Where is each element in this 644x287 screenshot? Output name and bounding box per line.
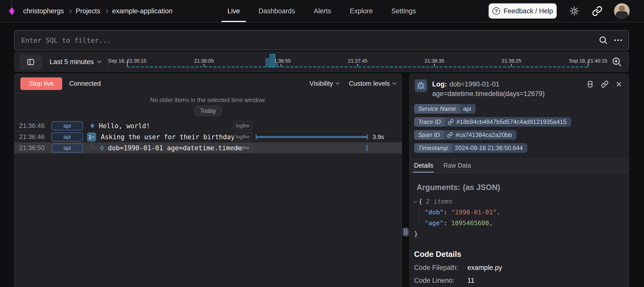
json-indent-guide bbox=[419, 205, 419, 225]
log-details-panel: Log:dob=1990-01-01 age=datetime.timedelt… bbox=[409, 74, 629, 287]
sql-filter-bar bbox=[14, 30, 629, 50]
panel-resize-handle[interactable] bbox=[403, 227, 409, 236]
empty-window-block: No older items in the selected time wind… bbox=[14, 93, 402, 120]
breadcrumb-projects[interactable]: Projects bbox=[76, 7, 100, 15]
stop-live-button[interactable]: Stop live bbox=[20, 77, 62, 90]
breadcrumb: christophergs Projects example-applicati… bbox=[23, 0, 173, 22]
histogram-bar[interactable] bbox=[265, 58, 269, 67]
timeline-tick-label: 21:36:05 bbox=[194, 58, 214, 64]
log-time: 21:36:46 bbox=[19, 133, 45, 141]
tab-raw-data[interactable]: Raw Data bbox=[443, 162, 471, 173]
log-message: dob=1990-01-01 age=datetime.timede bbox=[108, 144, 242, 152]
link-icon bbox=[447, 132, 453, 138]
tab-details[interactable]: Details bbox=[414, 162, 433, 173]
log-diamond-icon bbox=[100, 146, 104, 151]
time-range-label: Last 5 minutes bbox=[50, 58, 94, 66]
span-row[interactable]: 21:36:46 api 1− Asking the user for thei… bbox=[14, 131, 402, 142]
tab-explore[interactable]: Explore bbox=[350, 0, 373, 22]
breadcrumb-project-name[interactable]: example-application bbox=[112, 7, 173, 15]
attr-label: Service Name bbox=[414, 104, 460, 114]
tab-settings[interactable]: Settings bbox=[391, 0, 416, 22]
timeline-tick-mark bbox=[511, 64, 512, 67]
log-message: Hello, world! bbox=[99, 122, 150, 130]
tab-live[interactable]: Live bbox=[227, 0, 240, 22]
feedback-help-button[interactable]: ? Feedback / Help bbox=[488, 3, 557, 19]
sql-filter-input[interactable] bbox=[15, 36, 599, 44]
top-nav: christophergs Projects example-applicati… bbox=[0, 0, 644, 22]
duration-bar bbox=[256, 136, 368, 138]
attr-label: Trace ID bbox=[414, 117, 445, 127]
json-items-note: 2 items bbox=[426, 198, 452, 205]
span-message: Asking the user for their birthday bbox=[101, 133, 235, 141]
service-name-pill[interactable]: Service Name api bbox=[414, 104, 476, 114]
log-diamond-icon bbox=[90, 123, 94, 128]
search-icon[interactable] bbox=[599, 36, 608, 45]
json-entry: "age": 1095465600, bbox=[414, 218, 629, 228]
today-button[interactable]: Today bbox=[194, 106, 222, 116]
code-details-heading: Code Details bbox=[410, 239, 629, 259]
attribute-pills: Service Name api Trace ID #18b84cb4847b5… bbox=[410, 99, 629, 153]
custom-levels-label: Custom levels bbox=[349, 80, 390, 87]
empty-window-notice: No older items in the selected time wind… bbox=[14, 97, 402, 104]
breadcrumb-separator-icon bbox=[104, 9, 108, 13]
code-filepath-value[interactable]: example.py bbox=[467, 264, 502, 272]
code-lineno-row: Code Lineno: 11 bbox=[410, 272, 629, 284]
sidebar-toggle-button[interactable] bbox=[19, 55, 42, 70]
feedback-help-label: Feedback / Help bbox=[504, 7, 553, 15]
service-badge[interactable]: api bbox=[51, 121, 83, 130]
code-filepath-row: Code Filepath: example.py bbox=[410, 259, 629, 272]
custom-levels-dropdown[interactable]: Custom levels bbox=[349, 80, 396, 87]
time-range-dropdown[interactable]: Last 5 minutes bbox=[50, 52, 101, 72]
details-kind: Log: bbox=[432, 80, 447, 88]
connection-status: Connected bbox=[69, 80, 101, 87]
logfire-tag[interactable]: logfire bbox=[233, 122, 252, 130]
logfire-tag[interactable]: logfire bbox=[233, 133, 252, 141]
span-id-pill[interactable]: Span ID #ca741384ca2a20bb bbox=[414, 130, 516, 140]
json-open-line[interactable]: {2 items bbox=[414, 196, 629, 207]
chevron-down-icon bbox=[392, 81, 396, 85]
tab-dashboards[interactable]: Dashboards bbox=[259, 0, 295, 22]
timeline-tick-label: 21:37:45 bbox=[348, 58, 368, 64]
attr-value: #ca741384ca2a20bb bbox=[444, 131, 516, 138]
collapse-caret-icon[interactable] bbox=[414, 200, 417, 203]
timeline-tick-mark bbox=[281, 64, 281, 67]
trace-id-pill[interactable]: Trace ID #18b84cb4847b5d574c4ad9121935a4… bbox=[414, 117, 571, 127]
chevron-down-icon bbox=[335, 81, 339, 85]
timeline-tick-mark bbox=[127, 60, 128, 67]
more-options-icon[interactable] bbox=[614, 39, 622, 41]
split-panel-icon[interactable] bbox=[586, 80, 594, 88]
details-title: Log:dob=1990-01-01 age=datetime.timedelt… bbox=[432, 79, 585, 99]
copy-link-icon[interactable] bbox=[601, 80, 609, 88]
collapse-toggle[interactable]: 1− bbox=[87, 132, 96, 141]
log-time: 21:36:50 bbox=[19, 144, 45, 152]
timeline-tick-label: 21:39:25 bbox=[502, 58, 521, 64]
log-row-selected[interactable]: 21:36:50 api dob=1990-01-01 age=datetime… bbox=[14, 142, 402, 154]
chevron-down-icon bbox=[97, 59, 101, 63]
user-avatar[interactable] bbox=[614, 3, 630, 19]
histogram-bar-selected[interactable] bbox=[270, 54, 275, 67]
breadcrumb-org[interactable]: christophergs bbox=[23, 7, 64, 15]
tree-connector-line bbox=[91, 141, 97, 148]
json-close-line: } bbox=[414, 228, 629, 239]
nav-tabs: Live Dashboards Alerts Explore Settings bbox=[227, 0, 416, 22]
attr-label: Span ID bbox=[414, 130, 444, 140]
timestamp-pill[interactable]: Timestamp 2024-09-18 21:36:50.644 bbox=[414, 143, 527, 153]
logfire-tag[interactable]: logfire bbox=[233, 144, 252, 152]
visibility-dropdown[interactable]: Visibility bbox=[309, 80, 339, 87]
live-log-panel: Stop live Connected Visibility Custom le… bbox=[14, 74, 402, 287]
debug-level-icon bbox=[415, 79, 427, 92]
service-badge[interactable]: api bbox=[51, 144, 83, 153]
log-row[interactable]: 21:36:46 api Hello, world! logfire bbox=[14, 120, 402, 131]
visibility-label: Visibility bbox=[309, 80, 333, 87]
tab-alerts[interactable]: Alerts bbox=[314, 0, 331, 22]
theme-toggle-icon[interactable] bbox=[569, 6, 580, 17]
share-link-icon[interactable] bbox=[592, 6, 603, 17]
close-icon[interactable] bbox=[616, 81, 622, 87]
timeline-tick-mark bbox=[588, 60, 588, 67]
service-badge[interactable]: api bbox=[51, 132, 83, 141]
logfire-logo-icon[interactable] bbox=[9, 7, 15, 15]
zoom-in-icon[interactable] bbox=[612, 57, 622, 67]
histogram-bar[interactable] bbox=[276, 63, 278, 67]
breadcrumb-separator-icon bbox=[68, 9, 72, 13]
logfire-app: christophergs Projects example-applicati… bbox=[0, 0, 644, 287]
